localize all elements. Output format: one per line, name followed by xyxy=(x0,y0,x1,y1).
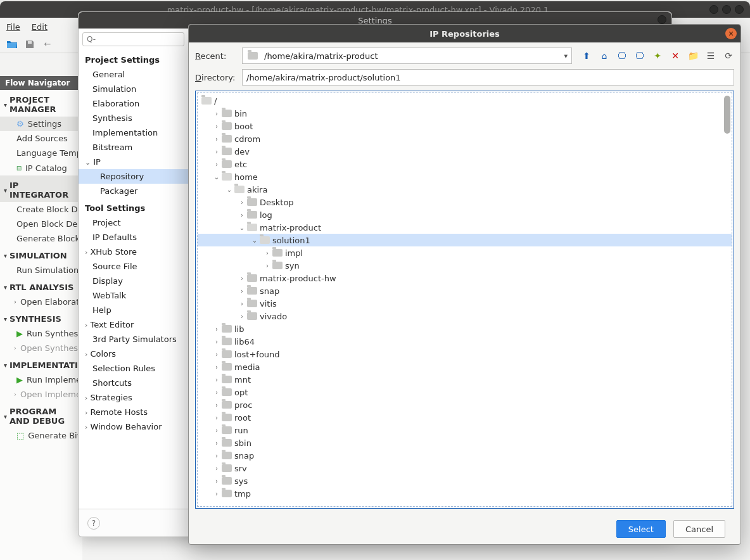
tree-node-tmp[interactable]: ›tmp xyxy=(198,487,732,500)
home-icon[interactable]: ⌂ xyxy=(599,50,610,61)
tree-node-akira[interactable]: ⌄akira xyxy=(198,183,732,196)
settings-close-icon[interactable] xyxy=(658,15,666,24)
maximize-icon[interactable] xyxy=(722,5,731,14)
tree-node-lost+found[interactable]: ›lost+found xyxy=(198,348,732,360)
recent-combobox[interactable]: /home/akira/matrix-product ▾ xyxy=(242,48,572,64)
nav-generate-bd[interactable]: Generate Block Design xyxy=(0,231,82,246)
nav-language-templates[interactable]: Language Templates xyxy=(0,146,82,160)
tree-node-mnt[interactable]: ›mnt xyxy=(198,373,732,386)
ts-strategies[interactable]: Strategies xyxy=(79,390,188,405)
expand-icon[interactable]: › xyxy=(213,326,220,333)
cancel-button[interactable]: Cancel xyxy=(673,520,725,538)
ts-shortcuts[interactable]: Shortcuts xyxy=(79,376,188,390)
tree-node-snap[interactable]: ›snap xyxy=(198,449,732,462)
tree-node-etc[interactable]: ›etc xyxy=(198,158,732,170)
new-folder-icon[interactable]: 📁 xyxy=(687,50,699,61)
ts-display[interactable]: Display xyxy=(79,274,188,288)
nav-ip-catalog[interactable]: ⧈ IP Catalog xyxy=(0,160,82,175)
ps-ip-packager[interactable]: Packager xyxy=(79,184,188,198)
ts-window[interactable]: Window Behavior xyxy=(79,419,188,434)
tree-node-log[interactable]: ›log xyxy=(198,208,732,221)
expand-icon[interactable]: › xyxy=(213,414,220,421)
chevron-down-icon[interactable]: ▾ xyxy=(564,52,568,60)
tree-node-proc[interactable]: ›proc xyxy=(198,398,732,411)
tree-node-home[interactable]: ⌄home xyxy=(198,170,732,183)
tree-node-cdrom[interactable]: ›cdrom xyxy=(198,132,732,145)
expand-icon[interactable]: ⌄ xyxy=(251,237,258,244)
tree-node-dev[interactable]: ›dev xyxy=(198,145,732,158)
tree-node-Desktop[interactable]: ›Desktop xyxy=(198,196,732,208)
tree-node-opt[interactable]: ›opt xyxy=(198,386,732,398)
tree-node-sbin[interactable]: ›sbin xyxy=(198,436,732,449)
expand-icon[interactable]: › xyxy=(238,300,246,307)
expand-icon[interactable]: › xyxy=(213,427,220,434)
tree-node-solution1[interactable]: ⌄solution1 xyxy=(198,234,732,246)
tree-node-srv[interactable]: ›srv xyxy=(198,462,732,474)
nav-open-bd[interactable]: Open Block Design xyxy=(0,217,82,231)
tree-node-root[interactable]: ›root xyxy=(198,411,732,424)
ts-project[interactable]: Project xyxy=(79,215,188,230)
tree-node-snap[interactable]: ›snap xyxy=(198,284,732,297)
nav-open-elab[interactable]: › Open Elaborated Design xyxy=(0,295,82,309)
expand-icon[interactable]: › xyxy=(238,288,246,295)
expand-icon[interactable]: ⌄ xyxy=(238,224,246,231)
expand-icon[interactable]: › xyxy=(213,452,220,459)
expand-icon[interactable]: › xyxy=(213,148,220,155)
expand-icon[interactable]: › xyxy=(238,199,246,206)
ps-general[interactable]: General xyxy=(79,67,188,82)
install-dir-icon[interactable]: 🖵 xyxy=(634,50,645,61)
expand-icon[interactable]: › xyxy=(213,440,220,447)
ts-help[interactable]: Help xyxy=(79,303,188,317)
group-simulation[interactable]: SIMULATION xyxy=(0,246,82,263)
group-implementation[interactable]: IMPLEMENTATION xyxy=(0,355,82,372)
group-rtl-analysis[interactable]: RTL ANALYSIS xyxy=(0,277,82,295)
expand-icon[interactable]: › xyxy=(213,110,220,117)
open-folder-icon[interactable] xyxy=(6,39,18,50)
expand-icon[interactable]: › xyxy=(213,490,220,497)
expand-icon[interactable]: › xyxy=(238,275,246,282)
ts-3rdparty[interactable]: 3rd Party Simulators xyxy=(79,332,188,347)
nav-create-bd[interactable]: Create Block Design xyxy=(0,202,82,217)
expand-icon[interactable]: › xyxy=(213,402,220,409)
nav-run-synth[interactable]: ▶Run Synthesis xyxy=(0,326,82,341)
nav-run-sim[interactable]: Run Simulation xyxy=(0,263,82,277)
settings-search-input[interactable]: Q- xyxy=(82,32,184,46)
up-icon[interactable]: ⬆ xyxy=(581,50,592,61)
save-icon[interactable] xyxy=(24,39,35,50)
ts-source-file[interactable]: Source File xyxy=(79,259,188,274)
expand-icon[interactable]: › xyxy=(213,338,220,345)
expand-icon[interactable]: › xyxy=(213,376,220,383)
ts-ip-defaults[interactable]: IP Defaults xyxy=(79,230,188,245)
close-icon[interactable] xyxy=(735,5,744,14)
ps-bitstream[interactable]: Bitstream xyxy=(79,140,188,155)
ts-selection-rules[interactable]: Selection Rules xyxy=(79,361,188,376)
nav-run-impl[interactable]: ▶Run Implementation xyxy=(0,372,82,387)
nav-add-sources[interactable]: Add Sources xyxy=(0,131,82,146)
expand-icon[interactable]: › xyxy=(213,161,220,168)
tree-node-bin[interactable]: ›bin xyxy=(198,107,732,120)
expand-icon[interactable]: › xyxy=(213,364,220,371)
ps-elaboration[interactable]: Elaboration xyxy=(79,96,188,111)
expand-icon[interactable]: › xyxy=(238,313,246,320)
repo-close-icon[interactable]: ✕ xyxy=(725,28,737,39)
expand-icon[interactable]: ⌄ xyxy=(213,174,220,181)
ts-xhub[interactable]: XHub Store xyxy=(79,245,188,259)
ts-texteditor[interactable]: Text Editor xyxy=(79,317,188,332)
tree-node-lib64[interactable]: ›lib64 xyxy=(198,335,732,348)
tree-node-boot[interactable]: ›boot xyxy=(198,120,732,132)
tree-node-matrix-product[interactable]: ⌄matrix-product xyxy=(198,221,732,234)
expand-icon[interactable]: › xyxy=(238,212,246,219)
ps-ip[interactable]: IP xyxy=(79,155,188,169)
expand-icon[interactable]: › xyxy=(213,478,220,485)
expand-icon[interactable]: › xyxy=(264,250,271,257)
expand-icon[interactable]: › xyxy=(213,389,220,396)
ts-colors[interactable]: Colors xyxy=(79,347,188,361)
tree-node-vitis[interactable]: ›vitis xyxy=(198,297,732,310)
directory-input[interactable]: /home/akira/matrix-product/solution1 xyxy=(242,69,734,86)
ts-remote[interactable]: Remote Hosts xyxy=(79,405,188,419)
expand-icon[interactable]: › xyxy=(213,136,220,143)
tree-node-syn[interactable]: ›syn xyxy=(198,259,732,272)
expand-icon[interactable]: ⌄ xyxy=(226,186,233,193)
tree-node-impl[interactable]: ›impl xyxy=(198,246,732,259)
directory-tree[interactable]: /›bin›boot›cdrom›dev›etc⌄home⌄akira›Desk… xyxy=(198,94,732,500)
